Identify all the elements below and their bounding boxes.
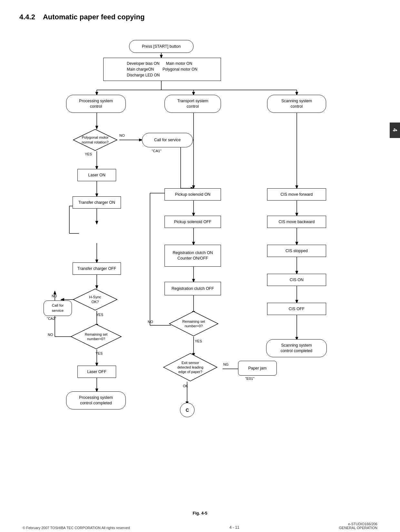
figure-label: Fig. 4-5 — [19, 511, 381, 516]
page: 4 4.4.2 Automatic paper feed copying — [0, 0, 400, 532]
yes-label-remaining1: YES — [95, 351, 103, 355]
cis-backward-node: CIS move backward — [267, 216, 326, 228]
transfer-charger-on-node: Transfer charger ON — [73, 196, 121, 209]
e01-label: "E01" — [245, 377, 255, 380]
processing-control-node: Processing system control — [66, 95, 126, 113]
yes-label-remaining2: YES — [195, 339, 202, 343]
ca2-label: "CA2" — [47, 317, 56, 320]
laser-off-node: Laser OFF — [77, 366, 116, 378]
ng-label: NG — [223, 362, 229, 366]
footer-left: © February 2007 TOSHIBA TEC CORPORATION … — [23, 526, 130, 530]
reg-clutch-off-node: Registration clutch OFF — [165, 282, 221, 295]
call-service-2-node: Call for service — [44, 300, 72, 316]
paper-jam-node: Paper jam — [238, 361, 277, 376]
init-box: Developer bias ON Main motor ON Main cha… — [103, 58, 221, 81]
yes-label-polygonal: YES — [85, 152, 92, 156]
no-label-polygonal: NO — [119, 133, 125, 137]
processing-completed-node: Processing system control completed — [66, 391, 126, 409]
connector-c-node: C — [180, 403, 195, 417]
laser-on-node: Laser ON — [77, 169, 116, 181]
cis-forward-node: CIS move forward — [267, 188, 326, 201]
call-service-1-node: Call for service — [142, 133, 193, 147]
remaining2-diamond-label: Remaining set number=0? — [169, 311, 219, 337]
no-label-hsync: NO — [52, 294, 57, 298]
reg-clutch-on-node: Registration clutch ON Counter ON/OFF — [165, 245, 221, 267]
side-tab: 4 — [390, 123, 400, 138]
hsync-diamond-label: H-Sync OK? — [73, 288, 118, 311]
no-label-remaining1: NO — [48, 333, 53, 337]
no-label-remaining2: NO — [148, 320, 153, 324]
ca1-label: "CA1" — [152, 149, 162, 153]
pickup-off-node: Pickup solenoid OFF — [165, 216, 221, 228]
start-node: Press [START] button — [129, 40, 194, 53]
exit-sensor-diamond-label: Exit sensor detected leading edge of pap… — [163, 353, 218, 382]
footer-right: e-STUDIO166/206 GENERAL OPERATION — [339, 522, 377, 530]
yes-label-hsync: YES — [96, 313, 103, 317]
cis-on-node: CIS ON — [267, 274, 326, 286]
footer-center: 4 - 11 — [229, 525, 239, 530]
transport-control-node: Transport system control — [165, 95, 221, 113]
pickup-on-node: Pickup solenoid ON — [165, 188, 221, 201]
cis-stopped-node: CIS stopped — [267, 245, 326, 257]
ok-label: OK — [183, 384, 188, 388]
scanning-control-node: Scanning system control — [267, 95, 326, 113]
cis-off-node: CIS OFF — [267, 303, 326, 315]
scanning-completed-node: Scanning system control completed — [266, 339, 327, 357]
remaining1-diamond-label: Remaining set number=0? — [70, 324, 122, 350]
transfer-charger-off-node: Transfer charger OFF — [73, 262, 121, 275]
section-title: Automatic paper feed copying — [43, 13, 145, 21]
section-number: 4.4.2 — [19, 13, 35, 21]
polygonal-diamond-label: Polygonal motor normal rotation? — [73, 129, 118, 151]
footer: © February 2007 TOSHIBA TEC CORPORATION … — [19, 522, 381, 530]
flowchart: Press [START] button Developer bias ON M… — [23, 30, 377, 507]
